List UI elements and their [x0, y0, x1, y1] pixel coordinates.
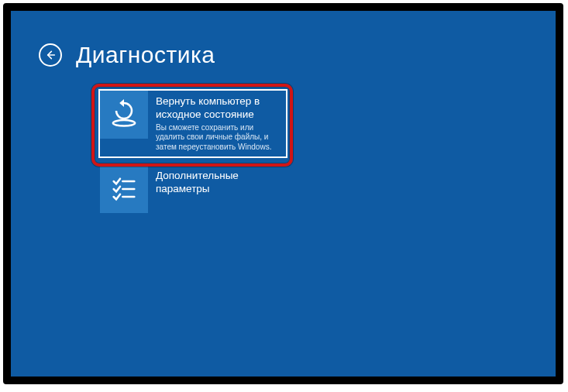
option-reset-pc[interactable]: Вернуть компьютер в исходное состояние В…: [98, 89, 287, 158]
header: Диагностика: [39, 42, 215, 68]
advanced-options-icon: [100, 165, 148, 213]
svg-marker-1: [119, 99, 124, 107]
option-advanced[interactable]: Дополнительные параметры: [100, 165, 291, 213]
option-title: Вернуть компьютер в исходное состояние: [156, 95, 277, 122]
back-button[interactable]: [39, 43, 62, 67]
option-text: Вернуть компьютер в исходное состояние В…: [148, 91, 286, 156]
back-arrow-icon: [44, 49, 57, 61]
window-frame: Диагностика Вернуть компьютер в исходное…: [3, 3, 563, 384]
reset-icon: [100, 91, 148, 139]
highlight-annotation: Вернуть компьютер в исходное состояние В…: [95, 85, 291, 165]
options-list: Вернуть компьютер в исходное состояние В…: [95, 85, 291, 216]
option-title: Дополнительные параметры: [156, 170, 278, 196]
svg-point-2: [113, 120, 135, 126]
recovery-screen: Диагностика Вернуть компьютер в исходное…: [11, 11, 556, 377]
option-text: Дополнительные параметры: [148, 165, 287, 213]
page-title: Диагностика: [76, 42, 215, 68]
option-description: Вы сможете сохранить или удалить свои ли…: [156, 123, 277, 153]
